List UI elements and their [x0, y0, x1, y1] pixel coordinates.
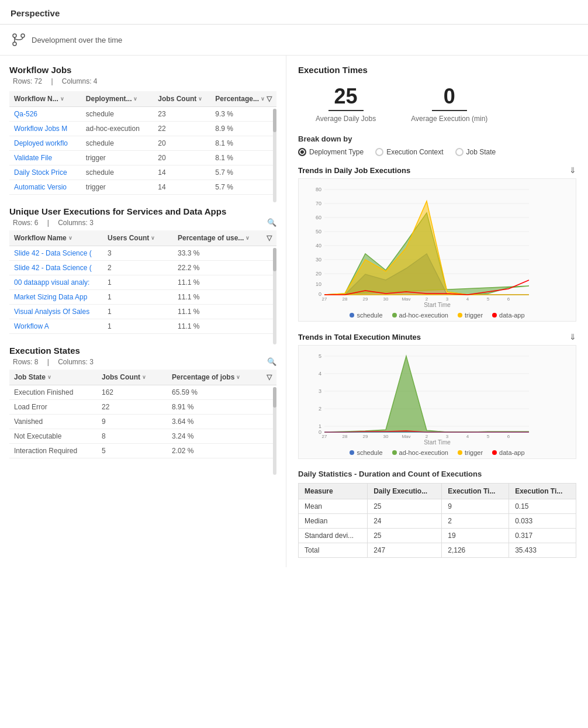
svg-text:29: 29	[363, 296, 368, 301]
svg-text:5: 5	[487, 434, 490, 438]
svg-text:29: 29	[363, 434, 368, 438]
sort-icon-pct-jobs[interactable]: ∨	[236, 374, 240, 380]
sort-icon-pct[interactable]: ∨	[261, 96, 265, 102]
legend-dot-schedule-daily	[350, 313, 354, 318]
workflow-jobs-table-wrapper: Workflow N... ∨ Deployment... ∨	[9, 91, 276, 195]
svg-text:May: May	[402, 434, 410, 438]
table-row: Slide 42 - Data Science ( 3 33.3 %	[9, 246, 276, 261]
trends-daily-legend: schedule ad-hoc-execution trigger data-a…	[301, 312, 573, 319]
svg-text:30: 30	[383, 296, 389, 301]
col-userscount: Users Count ∨	[103, 230, 173, 246]
legend-dataapp-total: data-app	[492, 449, 524, 456]
sort-icon-pct-use[interactable]: ∨	[245, 235, 250, 241]
legend-dot-adhoc-daily	[392, 313, 397, 318]
avg-exec-label: Average Execution (min)	[411, 115, 487, 123]
svg-marker-23	[324, 201, 529, 295]
legend-dataapp-daily: data-app	[492, 312, 524, 319]
radio-deployment-type[interactable]: Deployment Type	[298, 148, 364, 156]
svg-text:3: 3	[446, 296, 449, 301]
avg-exec-value: 0	[432, 84, 467, 111]
execution-states-title: Execution States	[9, 346, 276, 356]
svg-text:4: 4	[466, 296, 469, 301]
radio-execution-context[interactable]: Execution Context	[375, 148, 443, 156]
avg-exec-metric: 0 Average Execution (min)	[411, 84, 487, 123]
table-row: Slide 42 - Data Science ( 2 22.2 %	[9, 261, 276, 275]
legend-dot-trigger-daily	[458, 313, 462, 318]
unique-user-table: Workflow Name ∨ Users Count ∨	[9, 230, 276, 334]
table-row: Execution Finished 162 65.59 %	[9, 385, 276, 400]
svg-text:2: 2	[426, 434, 428, 438]
filter-icon-uu[interactable]: ▽	[267, 234, 272, 242]
scrollbar-thumb-es	[273, 387, 276, 408]
table-row: Validate File trigger 20 8.1 %	[9, 151, 276, 165]
svg-text:4: 4	[466, 434, 469, 438]
sort-icon-jobstate[interactable]: ∨	[47, 374, 51, 380]
svg-text:50: 50	[316, 229, 321, 234]
sort-icon-users[interactable]: ∨	[151, 235, 155, 241]
metrics-row: 25 Average Daily Jobs 0 Average Executio…	[298, 84, 576, 123]
search-icon-uu[interactable]: 🔍	[267, 218, 276, 227]
table-row: Standard devi... 25 19 0.317	[299, 529, 576, 543]
download-icon-total[interactable]: ⇓	[569, 332, 576, 341]
sort-icon-workflow[interactable]: ∨	[60, 96, 64, 102]
sort-icon-wfname[interactable]: ∨	[68, 235, 72, 241]
trends-total-svg: 5 4 3 2 1 0 27 28	[301, 350, 535, 438]
svg-text:80: 80	[316, 187, 321, 192]
sort-icon-jobs-count-es[interactable]: ∨	[142, 374, 146, 380]
download-icon-daily[interactable]: ⇓	[569, 165, 576, 175]
stats-col-daily: Daily Executio...	[368, 484, 442, 499]
legend-dot-schedule-total	[350, 450, 354, 455]
svg-point-2	[21, 34, 25, 37]
sort-icon-jobs[interactable]: ∨	[198, 96, 202, 102]
stats-col-measure: Measure	[299, 484, 368, 499]
svg-text:1: 1	[319, 423, 321, 429]
search-icon-es[interactable]: 🔍	[267, 357, 276, 366]
sort-icon-deployment[interactable]: ∨	[133, 96, 137, 102]
legend-schedule-total: schedule	[350, 449, 382, 456]
svg-text:28: 28	[343, 434, 348, 438]
legend-dot-trigger-total	[458, 450, 462, 455]
svg-text:4: 4	[319, 371, 321, 377]
col-percentage: Percentage... ∨ ▽	[210, 91, 276, 107]
svg-text:6: 6	[507, 434, 510, 438]
filter-icon-wj[interactable]: ▽	[267, 95, 272, 103]
scrollbar-wj[interactable]	[273, 109, 276, 202]
unique-user-table-wrapper: Workflow Name ∨ Users Count ∨	[9, 230, 276, 334]
radio-circle-job-state	[455, 148, 464, 156]
exec-states-table: Job State ∨ Jobs Count ∨	[9, 370, 276, 458]
table-row: Mean 25 9 0.15	[299, 499, 576, 514]
filter-icon-es[interactable]: ▽	[267, 373, 272, 381]
svg-text:5: 5	[487, 296, 490, 301]
dev-label: Development over the time	[32, 36, 122, 44]
exec-states-rows-info: Rows: 8 | Columns: 3	[9, 358, 97, 366]
table-row: Not Executable 8 3.24 %	[9, 429, 276, 444]
radio-job-state[interactable]: Job State	[455, 148, 496, 156]
col-pct-jobs: Percentage of jobs ∨ ▽	[167, 370, 276, 385]
col-deployment: Deployment... ∨	[81, 91, 154, 107]
legend-dot-adhoc-total	[392, 450, 397, 455]
svg-text:10: 10	[316, 281, 321, 287]
scrollbar-es[interactable]	[273, 387, 276, 475]
svg-text:2: 2	[319, 406, 321, 412]
table-row: Workflow A 1 11.1 %	[9, 319, 276, 334]
svg-text:70: 70	[316, 201, 321, 206]
col-pct-use: Percentage of use... ∨ ▽	[173, 230, 276, 246]
unique-user-rows-info: Rows: 6 | Columns: 3	[9, 219, 97, 227]
col-wfname: Workflow Name ∨	[9, 230, 103, 246]
legend-dot-dataapp-total	[492, 450, 497, 455]
svg-text:40: 40	[316, 243, 321, 249]
radio-circle-exec-ctx	[375, 148, 383, 156]
workflow-jobs-table: Workflow N... ∨ Deployment... ∨	[9, 91, 276, 195]
table-row: Deployed workflo schedule 20 8.1 %	[9, 136, 276, 151]
trends-total-title: Trends in Total Execution Minutes	[298, 333, 421, 341]
trends-total-header: Trends in Total Execution Minutes ⇓	[298, 332, 576, 341]
table-row: Workflow Jobs M ad-hoc-execution 22 8.9 …	[9, 122, 276, 136]
workflow-jobs-section: Workflow Jobs Rows: 72 | Columns: 4 Work…	[9, 65, 276, 195]
daily-stats-title: Daily Statistics - Duration and Count of…	[298, 470, 576, 478]
breakdown-title: Break down by	[298, 134, 576, 143]
trends-daily-header: Trends in Daily Job Executions ⇓	[298, 165, 576, 175]
svg-text:May: May	[402, 296, 410, 301]
scrollbar-uu[interactable]	[273, 248, 276, 344]
col-workflow: Workflow N... ∨	[9, 91, 81, 107]
radio-circle-deployment	[298, 148, 306, 156]
